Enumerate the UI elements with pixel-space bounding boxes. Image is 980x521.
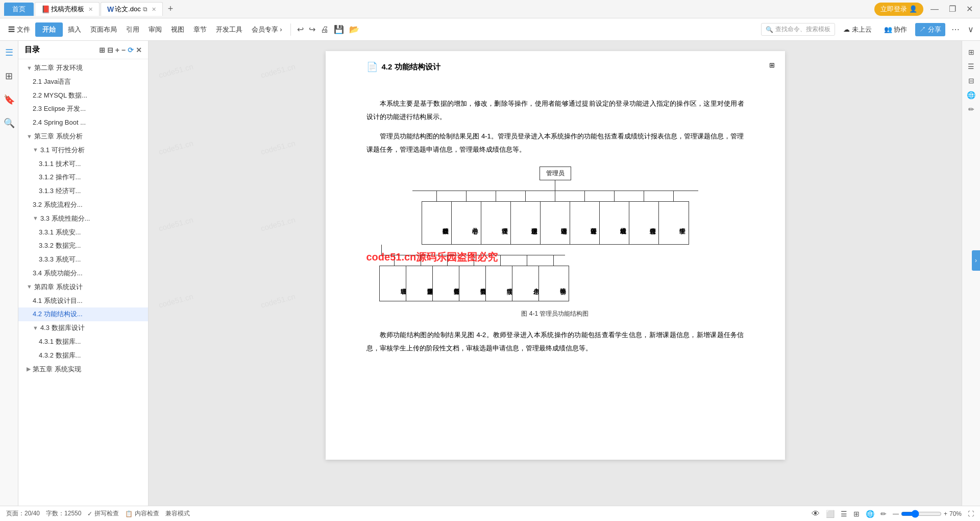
tab-restore-icon[interactable]: ⧉ [143,6,148,13]
tab-template-close[interactable]: ✕ [88,6,93,13]
add-section-icon[interactable]: + [115,46,119,54]
sync-icon[interactable]: ⟳ [128,46,134,54]
tab-template[interactable]: 📕 找稿壳模板 ✕ [35,2,100,16]
toc-4-2[interactable]: 4.2 功能结构设... [18,307,148,321]
org-chart-figure: 管理员 基础数据管理 [366,167,744,318]
content-check-btn[interactable]: 📋 内容检查 [125,509,159,518]
toc-4-3[interactable]: ▼4.3 数据库设计 [18,321,148,335]
tab-home[interactable]: 首页 [4,3,34,16]
add-tab-button[interactable]: + [164,4,178,14]
panel-split-btn[interactable]: ⊟ [964,74,978,88]
menu-review[interactable]: 审阅 [144,23,166,36]
menu-devtools[interactable]: 开发工具 [212,23,247,36]
toc-3-2[interactable]: 3.2 系统流程分... [18,198,148,212]
menu-view[interactable]: 视图 [167,23,188,36]
main-layout: ☰ ⊞ 🔖 🔍 目录 ⊞ ⊟ + − ⟳ ✕ ▼第二章 开发环境 2.1 Jav… [0,41,980,506]
org-child-task: 课题任务管理 [570,201,600,245]
toc-chapter2[interactable]: ▼第二章 开发环境 [18,61,148,75]
menu-insert[interactable]: 插入 [64,23,85,36]
toc-3-1-2[interactable]: 3.1.2 操作可... [18,171,148,184]
filter-icon[interactable]: ⊞ [769,61,775,69]
panel-edit-btn[interactable]: ✏ [964,102,978,116]
view-list-icon[interactable]: ☰ [841,510,847,518]
expand-all-icon[interactable]: ⊞ [99,46,105,54]
tab-doc[interactable]: W 论文.doc ⧉ ✕ [101,2,163,16]
close-sidebar-icon[interactable]: ✕ [136,46,142,54]
toc-3-3-1[interactable]: 3.3.1 系统安... [18,226,148,240]
close-button[interactable]: ✕ [963,4,976,14]
toc-chapter4[interactable]: ▼第四章 系统设计 [18,280,148,294]
collapse-all-icon[interactable]: ⊟ [107,46,113,54]
view-edit-icon[interactable]: ✏ [880,510,887,518]
view-page-icon[interactable]: ⬜ [826,510,835,518]
view-web-icon[interactable]: 🌐 [866,510,874,518]
maximize-button[interactable]: ❐ [946,4,959,14]
menu-layout[interactable]: 页面布局 [86,23,121,36]
remove-section-icon[interactable]: − [121,46,126,54]
search-box[interactable]: 🔍 查找命令、搜索模板 [761,23,835,36]
zoom-in-icon[interactable]: + [944,510,947,517]
login-button[interactable]: 立即登录 👤 [874,3,923,16]
search-left-icon[interactable]: 🔍 [2,115,17,131]
toc-3-1[interactable]: ▼3.1 可行性分析 [18,144,148,157]
arrow-icon: ▼ [27,132,32,141]
share-btn[interactable]: ↗ 分享 [915,23,945,36]
toc-3-3-2[interactable]: 3.3.2 数据完... [18,239,148,253]
toc-3-3-3[interactable]: 3.3.3 系统可... [18,253,148,267]
toc-4-1[interactable]: 4.1 系统设计目... [18,294,148,308]
document-area[interactable]: code51.cn code51.cn code51.cn code51.cn … [149,41,962,506]
org-child-base: 基础数据管理 [422,201,452,245]
toc-3-4[interactable]: 3.4 系统功能分... [18,267,148,280]
menu-reference[interactable]: 引用 [122,23,143,36]
arrow-icon: ▼ [27,282,32,292]
document-page: 📄 4.2 功能结构设计 ⊞ 本系统主要是基于数据的增加，修改，删除等操作，使用… [326,51,785,460]
menu-chapter[interactable]: 章节 [189,23,211,36]
open-icon[interactable]: 📂 [347,23,361,35]
zoom-out-icon[interactable]: — [893,510,899,517]
title-bar: 首页 📕 找稿壳模板 ✕ W 论文.doc ⧉ ✕ + 立即登录 👤 — ❐ ✕ [0,0,980,18]
toc-3-1-1[interactable]: 3.1.1 技术可... [18,157,148,171]
menu-member[interactable]: 会员专享 › [248,23,286,36]
toc-2-1[interactable]: 2.1 Java语言 [18,75,148,89]
nav-icon[interactable]: ⊞ [3,68,15,84]
panel-globe-btn[interactable]: 🌐 [964,88,978,102]
cloud-btn[interactable]: ☁ 未上云 [839,23,876,36]
toc-4-3-2[interactable]: 4.3.2 数据库... [18,349,148,363]
zoom-slider[interactable] [901,510,942,518]
toc-chapter5[interactable]: ▶第五章 系统实现 [18,363,148,376]
user-icon: 👤 [909,5,917,13]
org-root: 管理员 [540,167,571,180]
redo-icon[interactable]: ↪ [307,23,317,35]
bookmark-icon[interactable]: 🔖 [2,92,17,107]
tab-doc-close[interactable]: ✕ [152,6,156,13]
org-child-admin: 管理员管理 [481,201,511,245]
panel-list-btn[interactable]: ☰ [964,59,978,74]
more-icon[interactable]: ⋯ [949,23,962,35]
panel-view-btn[interactable]: ⊞ [964,45,978,59]
view-split-icon[interactable]: ⊞ [853,510,860,518]
toc-icon[interactable]: ☰ [3,45,15,60]
check-icon: ✓ [87,510,92,517]
toc-2-4[interactable]: 2.4 Spring Boot ... [18,116,148,130]
toc-3-3[interactable]: ▼3.3 系统性能分... [18,212,148,226]
cloud-icon: ☁ [843,26,850,33]
eye-icon[interactable]: 👁 [812,509,820,518]
toc-4-3-1[interactable]: 4.3.1 数据库... [18,335,148,349]
print-icon[interactable]: 🖨 [318,24,331,35]
fullscreen-icon[interactable]: ⛶ [968,510,974,517]
minimize-button[interactable]: — [927,5,942,14]
toc-3-1-3[interactable]: 3.1.3 经济可... [18,184,148,198]
expand-panel-button[interactable]: › [972,250,980,271]
chevron-down-icon[interactable]: ∨ [966,23,976,35]
spell-check-btn[interactable]: ✓ 拼写检查 [87,509,119,518]
toc-2-2[interactable]: 2.2 MYSQL 数据... [18,89,148,103]
undo-icon[interactable]: ↩ [295,23,306,35]
doc-para-2: 管理员功能结构图的绘制结果见图 4-1。管理员登录进入本系统操作的功能包括查看成… [366,130,744,156]
toc-chapter3[interactable]: ▼第三章 系统分析 [18,130,148,144]
content-icon: 📋 [125,510,133,517]
collab-btn[interactable]: 👥 协作 [880,23,912,36]
toc-2-3[interactable]: 2.3 Eclipse 开发... [18,102,148,116]
save-icon[interactable]: 💾 [332,23,346,35]
menu-file[interactable]: ☰ 文件 [4,23,34,36]
menu-start[interactable]: 开始 [35,22,63,37]
